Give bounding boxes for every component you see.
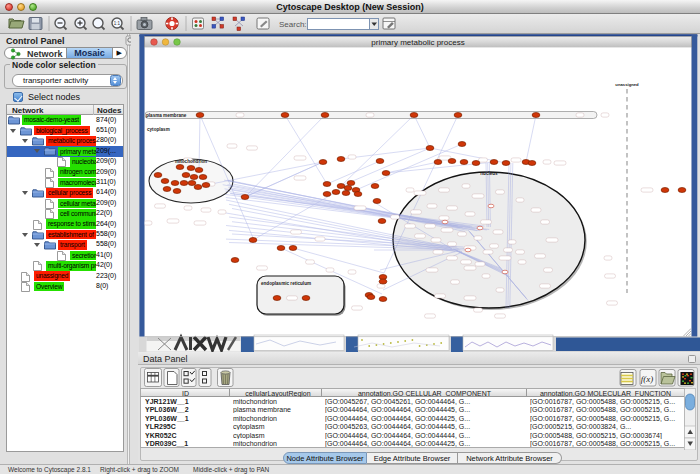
svg-text:unassigned: unassigned [615,82,639,87]
svg-text:plasma membrane: plasma membrane [146,113,187,118]
svg-text:f(x): f(x) [641,374,654,384]
svg-text:primary metabolic process: primary metabolic process [371,38,464,47]
svg-text:nucleus: nucleus [480,171,498,176]
svg-text:Search:: Search: [279,20,307,29]
svg-text:endoplasmic reticulum: endoplasmic reticulum [261,281,311,286]
svg-text:mitochondrion: mitochondrion [175,159,207,164]
svg-text:1:1: 1:1 [114,21,121,26]
svg-text:cytoplasm: cytoplasm [147,127,170,132]
